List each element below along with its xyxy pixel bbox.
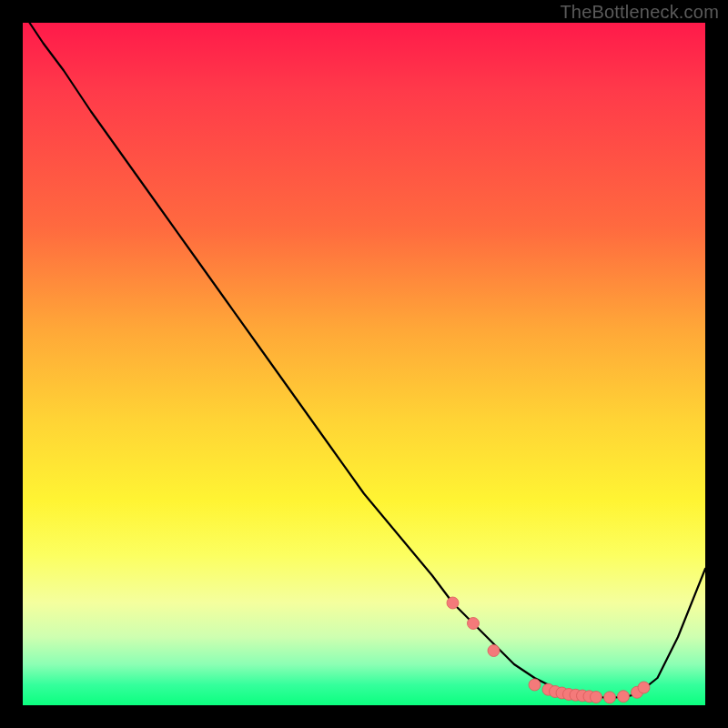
bottleneck-curve-line bbox=[30, 23, 706, 698]
highlighted-point bbox=[604, 692, 616, 703]
highlighted-point bbox=[447, 597, 459, 609]
plot-area bbox=[23, 23, 705, 705]
highlighted-point bbox=[618, 691, 630, 703]
highlighted-point bbox=[529, 679, 541, 691]
chart-frame: TheBottleneck.com bbox=[0, 0, 728, 728]
watermark-text: TheBottleneck.com bbox=[560, 2, 719, 23]
chart-svg bbox=[23, 23, 705, 705]
highlighted-points-group bbox=[447, 597, 650, 703]
highlighted-point bbox=[591, 692, 602, 703]
highlighted-point bbox=[488, 645, 500, 657]
highlighted-point bbox=[468, 618, 480, 630]
highlighted-point bbox=[638, 682, 650, 693]
